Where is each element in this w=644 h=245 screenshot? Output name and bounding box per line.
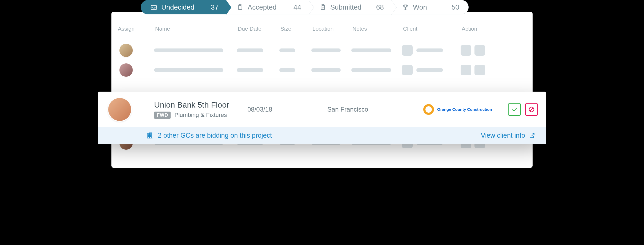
tab-undecided[interactable]: Undecided 37 (141, 0, 226, 14)
inbox-icon (150, 3, 158, 11)
avatar[interactable] (108, 98, 131, 121)
skeleton-text (154, 48, 223, 52)
skeleton-box (461, 45, 471, 56)
col-due-date: Due Date (237, 23, 279, 34)
col-notes: Notes (351, 23, 402, 34)
skeleton-text (351, 68, 391, 72)
tab-label: Won (413, 3, 440, 11)
skeleton-text (351, 48, 391, 52)
other-bidders-notice: 2 other GCs are bidding on this project (146, 132, 272, 139)
check-icon (511, 106, 518, 113)
col-name: Name (154, 23, 237, 34)
external-link-icon (529, 132, 535, 139)
skeleton-text (416, 48, 443, 52)
other-bidders-text: 2 other GCs are bidding on this project (158, 132, 272, 139)
skeleton-text (311, 68, 341, 72)
avatar[interactable] (119, 63, 133, 77)
svg-rect-6 (147, 134, 150, 138)
expanded-bid-row: Union Bank 5th Floor FWD Plumbing & Fixt… (98, 92, 546, 144)
skeleton-box (402, 45, 413, 56)
skeleton-box (474, 45, 485, 56)
size-value: –– (295, 106, 327, 113)
skeleton-text (154, 68, 223, 72)
col-size: Size (279, 23, 311, 34)
forward-badge: FWD (154, 112, 171, 119)
notes-value: –– (386, 106, 423, 113)
client-logo-icon (423, 104, 434, 115)
building-icon (146, 132, 154, 139)
skeleton-text (237, 68, 263, 72)
bid-table-card: Assign Name Due Date Size Location Notes… (111, 12, 533, 168)
project-subtitle: Plumbing & Fixtures (174, 112, 227, 119)
tab-label: Accepted (248, 3, 282, 11)
skeleton-text (279, 68, 295, 72)
tab-won[interactable]: Won 50 (389, 0, 469, 14)
skeleton-text (279, 48, 295, 52)
skeleton-text (416, 68, 443, 72)
svg-line-5 (530, 108, 533, 111)
table-row[interactable] (111, 40, 533, 60)
tab-label: Submitted (330, 3, 364, 11)
tab-count: 68 (368, 3, 384, 11)
skeleton-box (461, 65, 471, 75)
clipboard-icon (236, 3, 244, 11)
clipboard-check-icon (319, 3, 327, 11)
col-location: Location (311, 23, 351, 34)
col-client: Client (402, 23, 461, 34)
col-assign: Assign (117, 23, 154, 34)
accept-button[interactable] (508, 103, 521, 116)
skeleton-text (311, 48, 341, 52)
tab-submitted[interactable]: Submitted 68 (306, 0, 391, 14)
tab-count: 37 (203, 3, 219, 11)
client-block[interactable]: Orange County Construction (423, 104, 493, 115)
client-name: Orange County Construction (437, 107, 492, 112)
skeleton-box (474, 65, 485, 75)
tab-count: 44 (285, 3, 301, 11)
col-action: Action (461, 23, 503, 34)
tab-accepted[interactable]: Accepted 44 (223, 0, 309, 14)
view-client-label: View client info (481, 132, 525, 139)
status-tabs: Undecided 37 Accepted 44 Submitted 68 Wo… (141, 0, 533, 14)
avatar[interactable] (119, 44, 133, 57)
block-icon (528, 106, 535, 113)
skeleton-box (402, 65, 413, 75)
location-value: San Francisco (327, 106, 386, 113)
tab-label: Undecided (161, 3, 199, 11)
trophy-icon (402, 3, 409, 11)
skeleton-text (237, 48, 263, 52)
table-row[interactable] (111, 60, 533, 80)
due-date-value: 08/03/18 (247, 106, 295, 113)
tab-count: 50 (444, 3, 459, 11)
table-header: Assign Name Due Date Size Location Notes… (111, 23, 533, 34)
view-client-info-link[interactable]: View client info (481, 132, 535, 139)
reject-button[interactable] (525, 103, 538, 116)
project-title: Union Bank 5th Floor (154, 100, 247, 109)
